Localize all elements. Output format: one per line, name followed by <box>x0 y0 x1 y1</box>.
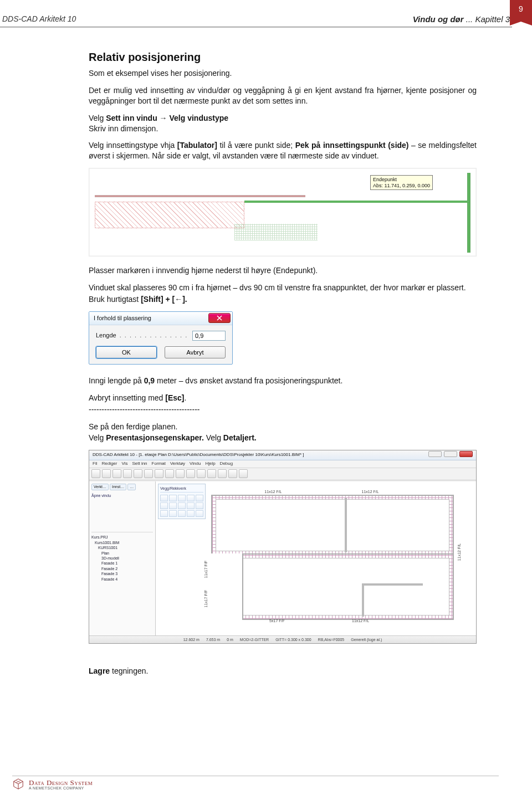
wall-horizontal-green <box>244 201 469 203</box>
app-body: Verkt… Innst… … Åpne vindu Kurs.PRJ Kurs… <box>89 481 476 635</box>
menu-item[interactable]: Debug <box>220 461 233 467</box>
tree-item[interactable]: KURS1001 <box>91 545 153 550</box>
tooltip-title: Endepunkt <box>373 177 430 182</box>
plan-partition-lower-v <box>362 583 364 617</box>
text: . <box>185 393 187 402</box>
bold-text: Lagre <box>89 666 110 675</box>
toolbar-icon[interactable] <box>218 469 227 478</box>
dialog-buttons: OK Avbryt <box>96 346 226 358</box>
bold-text: [Esc] <box>165 393 184 402</box>
toolbar-icon[interactable] <box>123 469 132 478</box>
tool-icon[interactable] <box>169 495 177 501</box>
page-header: DDS-CAD Arkitekt 10 Vindu og dør ... Kap… <box>0 14 512 25</box>
app-menubar: Fil Rediger Vis Sett inn Format Verktøy … <box>89 460 476 468</box>
toolbar-icon[interactable] <box>102 469 111 478</box>
tool-icon[interactable] <box>178 502 186 509</box>
window-hatch <box>95 202 244 228</box>
toolbar-icon[interactable] <box>186 469 195 478</box>
tool-icon[interactable] <box>187 510 195 517</box>
tool-icon[interactable] <box>187 502 195 509</box>
tree-item[interactable]: Fasade 2 <box>91 566 153 571</box>
plan-partition-upper <box>345 498 347 552</box>
status-item: RB,Abs=F0005 <box>318 637 345 642</box>
status-item: MOD=2-GITTER <box>240 637 269 642</box>
paragraph: Som et eksempel vises her posisjonering. <box>89 68 477 79</box>
dialog-body: Lengde . . . . . . . . . . . . . . OK Av… <box>89 325 232 364</box>
maximize-button[interactable] <box>444 451 457 457</box>
text: Velg <box>204 433 223 442</box>
length-input[interactable] <box>192 331 226 341</box>
toolbar-icon[interactable] <box>239 469 248 478</box>
app-canvas[interactable]: Vegg/Rekkverk 11x1 <box>156 481 476 635</box>
left-tab[interactable]: Verkt… <box>91 484 109 490</box>
toolbar-icon[interactable] <box>155 469 163 478</box>
menu-item[interactable]: Rediger <box>101 461 117 467</box>
toolbar-icon[interactable] <box>91 469 100 478</box>
plan-label: 11x12 F/L <box>362 489 379 494</box>
bold-text: Presentasjonsegenskaper. <box>106 433 204 442</box>
bold-text: Velg vindustype <box>169 114 228 122</box>
tree-item[interactable]: 3D-modell <box>91 556 153 561</box>
app-close-button[interactable] <box>459 451 473 457</box>
toolbar-icon[interactable] <box>165 469 174 478</box>
app-left-panel: Verkt… Innst… … Åpne vindu Kurs.PRJ Kurs… <box>89 481 156 635</box>
tree-item[interactable]: Fasade 3 <box>91 571 153 576</box>
cancel-button[interactable]: Avbryt <box>165 346 226 358</box>
minimize-button[interactable] <box>428 451 442 457</box>
ok-button[interactable]: OK <box>96 346 157 358</box>
dots: . . . . . . . . . . . . . . <box>120 331 189 340</box>
tool-icon[interactable] <box>196 495 203 501</box>
menu-item[interactable]: Fil <box>93 461 97 467</box>
tool-icon[interactable] <box>169 510 177 517</box>
menu-item[interactable]: Verktøy <box>170 461 185 467</box>
menu-item[interactable]: Sett inn <box>132 461 147 467</box>
header-left: DDS-CAD Arkitekt 10 <box>2 14 76 24</box>
plan-label: 11x12 F/L <box>264 489 282 494</box>
text: Bruk hurtigtast <box>89 295 141 304</box>
tool-icon[interactable] <box>160 502 168 509</box>
tool-icon[interactable] <box>187 495 195 501</box>
toolbar-icon[interactable] <box>207 469 216 478</box>
app-statusbar: 12.602 m 7.653 m 0 m MOD=2-GITTER GITT= … <box>89 635 476 643</box>
tree-item[interactable]: Kurs1001.BIM <box>91 540 153 545</box>
bold-text: [Tabulator] <box>177 141 217 150</box>
plan-upper-room <box>216 499 449 551</box>
text: Velg <box>89 433 106 442</box>
dialog-close-button[interactable] <box>208 313 231 323</box>
toolbar-icon[interactable] <box>112 469 121 478</box>
tree-item[interactable]: Fasade 1 <box>91 561 153 566</box>
menu-item[interactable]: Format <box>152 461 166 467</box>
left-tab[interactable]: … <box>127 484 136 490</box>
tool-icon[interactable] <box>160 495 168 501</box>
bold-text: Sett inn vindu <box>106 114 157 122</box>
text: Velg <box>89 114 106 122</box>
menu-item[interactable]: Vindu <box>190 461 201 467</box>
toolbar-icon[interactable] <box>176 469 185 478</box>
window-buttons <box>427 451 473 459</box>
status-item: 7.653 m <box>206 637 220 642</box>
tool-icon[interactable] <box>160 510 168 517</box>
toolbar-icon[interactable] <box>197 469 206 478</box>
menu-item[interactable]: Vis <box>121 461 127 467</box>
tool-icon[interactable] <box>178 510 186 517</box>
left-panel-item[interactable]: Åpne vindu <box>91 493 153 499</box>
tree-item[interactable]: Kurs.PRJ <box>91 535 153 540</box>
paragraph: Lagre tegningen. <box>89 666 477 676</box>
tooltip-coords: Abs: 11.741, 0.259, 0.000 <box>373 183 430 188</box>
text: ]. <box>182 295 187 304</box>
tool-icon[interactable] <box>196 502 203 509</box>
tree-item[interactable]: Plan <box>91 551 153 556</box>
tool-icon[interactable] <box>178 495 186 501</box>
tool-icon[interactable] <box>169 502 177 509</box>
left-tab[interactable]: Innst… <box>110 484 126 490</box>
toolbar-icon[interactable] <box>134 469 142 478</box>
floor-plan: 11x12 F/L 11x12 F/L 11x12 F/L 11x17 F/F … <box>211 495 454 617</box>
dialog-titlebar: I forhold til plassering <box>89 312 232 325</box>
tree-item[interactable]: Fasade 4 <box>91 577 153 582</box>
footer-subtitle: A NEMETSCHEK COMPANY <box>29 786 93 790</box>
header-right: Vindu og dør ... Kapittel 3 <box>413 14 510 24</box>
toolbar-icon[interactable] <box>144 469 153 478</box>
tool-icon[interactable] <box>196 510 203 517</box>
toolbar-icon[interactable] <box>228 469 237 478</box>
menu-item[interactable]: Hjelp <box>205 461 215 467</box>
